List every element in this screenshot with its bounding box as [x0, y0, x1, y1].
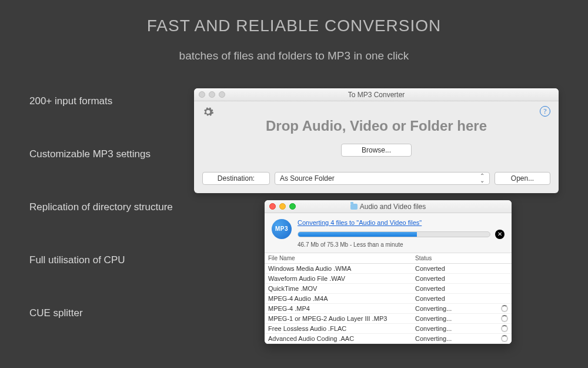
progress-link[interactable]: Converting 4 files to "Audio and Video f…	[298, 219, 422, 226]
spinner-icon	[501, 325, 508, 332]
progress-bar	[298, 231, 490, 237]
cancel-icon[interactable]: ✕	[495, 230, 505, 239]
cell-status: Converting...	[415, 335, 501, 342]
feature-item: Full utilisation of CPU	[29, 254, 173, 266]
help-icon[interactable]: ?	[540, 106, 550, 117]
table-header: File Name Status	[265, 253, 512, 264]
chevron-updown-icon: ⌃⌄	[480, 174, 485, 183]
column-status[interactable]: Status	[415, 255, 508, 261]
cell-filename: Waveform Audio File .WAV	[268, 275, 415, 282]
table-body: Windows Media Audio .WMAConvertedWavefor…	[265, 264, 512, 344]
spinner-icon	[501, 305, 508, 312]
window-title: To MP3 Converter	[194, 91, 559, 99]
browse-button[interactable]: Browse...	[341, 144, 412, 157]
table-row[interactable]: MPEG-4 Audio .M4AConverted	[265, 294, 512, 304]
progress-subtext: 46.7 Mb of 75.3 Mb - Less than a minute	[298, 241, 505, 248]
table-row[interactable]: Windows Media Audio .WMAConverted	[265, 264, 512, 274]
progress-window: Audio and Video files MP3 Converting 4 f…	[265, 200, 512, 344]
page-subtitle: batches of files and folders to MP3 in o…	[0, 49, 588, 62]
spinner-icon	[501, 315, 508, 322]
mp3-badge-icon: MP3	[272, 219, 292, 239]
cell-filename: MPEG-4 .MP4	[268, 305, 415, 312]
converter-window: To MP3 Converter ? Drop Audio, Video or …	[194, 88, 559, 193]
table-row[interactable]: QuickTime .MOVConverted	[265, 284, 512, 294]
cell-filename: QuickTime .MOV	[268, 285, 415, 292]
cell-filename: Windows Media Audio .WMA	[268, 265, 415, 272]
feature-list: 200+ input formats Customizable MP3 sett…	[29, 95, 173, 360]
table-row[interactable]: MPEG-4 .MP4Converting...	[265, 304, 512, 314]
page-title: FAST AND RELIABLE CONVERSION	[0, 0, 588, 35]
cell-status: Converted	[415, 295, 508, 302]
drop-zone-label: Drop Audio, Video or Folder here	[202, 118, 550, 134]
cell-status: Converting...	[415, 315, 501, 322]
destination-value: As Source Folder	[280, 174, 335, 183]
feature-item: 200+ input formats	[29, 95, 173, 107]
table-row[interactable]: MPEG-1 or MPEG-2 Audio Layer III .MP3Con…	[265, 314, 512, 324]
cell-filename: Advanced Audio Coding .AAC	[268, 335, 415, 342]
spinner-icon	[501, 335, 508, 342]
cell-filename: Free Lossless Audio .FLAC	[268, 325, 415, 332]
cell-status: Converting...	[415, 325, 501, 332]
table-row[interactable]: Advanced Audio Coding .AACConverting...	[265, 334, 512, 344]
feature-item: Replication of directory structure	[29, 201, 173, 213]
column-filename[interactable]: File Name	[268, 255, 415, 261]
open-button[interactable]: Open...	[495, 172, 550, 185]
titlebar[interactable]: To MP3 Converter	[194, 88, 559, 101]
progress-fill	[298, 232, 417, 237]
table-row[interactable]: Waveform Audio File .WAVConverted	[265, 274, 512, 284]
destination-select[interactable]: As Source Folder ⌃⌄	[275, 172, 490, 185]
window-title: Audio and Video files	[265, 203, 512, 211]
destination-button[interactable]: Destination:	[202, 172, 270, 185]
cell-status: Converting...	[415, 305, 501, 312]
feature-item: CUE splitter	[29, 307, 173, 319]
table-row[interactable]: Free Lossless Audio .FLACConverting...	[265, 324, 512, 334]
titlebar[interactable]: Audio and Video files	[265, 200, 512, 213]
gear-icon[interactable]	[202, 106, 214, 118]
cell-filename: MPEG-4 Audio .M4A	[268, 295, 415, 302]
cell-filename: MPEG-1 or MPEG-2 Audio Layer III .MP3	[268, 315, 415, 322]
folder-icon	[350, 204, 358, 210]
cell-status: Converted	[415, 285, 508, 292]
feature-item: Customizable MP3 settings	[29, 148, 173, 160]
cell-status: Converted	[415, 275, 508, 282]
cell-status: Converted	[415, 265, 508, 272]
